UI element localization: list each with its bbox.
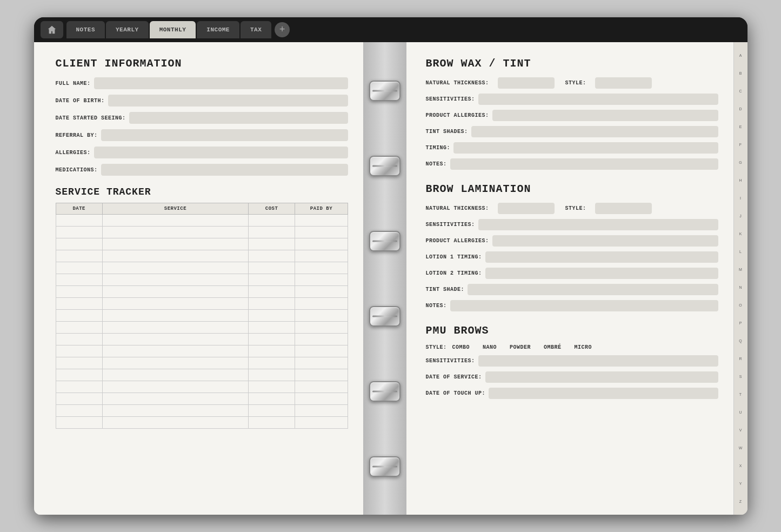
ring-4 bbox=[369, 306, 400, 327]
brow-lam-thickness-input[interactable] bbox=[498, 203, 555, 214]
brow-lam-style-input[interactable] bbox=[595, 203, 652, 214]
ring-3 bbox=[369, 231, 400, 251]
brow-wax-style-input[interactable] bbox=[595, 77, 652, 89]
brow-lam-notes-row: NOTES: bbox=[426, 300, 718, 311]
alpha-t[interactable]: T bbox=[739, 393, 742, 396]
page-right: BROW WAX / TINT NATURAL THICKNESS: STYLE… bbox=[406, 42, 733, 515]
alpha-s[interactable]: S bbox=[739, 375, 742, 378]
tab-income[interactable]: INCOME bbox=[197, 21, 239, 38]
medications-input[interactable] bbox=[101, 164, 348, 176]
brow-lam-allergies-row: PRODUCT ALLERGIES: bbox=[426, 235, 718, 247]
alpha-y[interactable]: Y bbox=[739, 482, 742, 486]
brow-lam-tintshade-input[interactable] bbox=[468, 284, 718, 295]
brow-wax-thickness-label: NATURAL THICKNESS: bbox=[426, 80, 489, 86]
alpha-c[interactable]: C bbox=[739, 89, 742, 93]
alpha-g[interactable]: G bbox=[739, 161, 742, 164]
table-cell bbox=[248, 369, 295, 381]
referral-input[interactable] bbox=[101, 129, 348, 141]
referral-label: REFERRAL BY: bbox=[56, 132, 98, 138]
alpha-u[interactable]: U bbox=[739, 410, 742, 414]
date-started-input[interactable] bbox=[129, 112, 348, 124]
table-cell bbox=[56, 227, 102, 238]
alpha-z[interactable]: Z bbox=[739, 500, 742, 503]
table-cell bbox=[102, 357, 248, 369]
brow-wax-sensitivities-row: SENSITIVITIES: bbox=[426, 94, 718, 105]
tab-add[interactable]: + bbox=[275, 22, 290, 37]
brow-wax-allergies-input[interactable] bbox=[492, 110, 718, 121]
pmu-style-combo[interactable]: COMBO bbox=[452, 344, 470, 350]
alpha-n[interactable]: N bbox=[739, 285, 742, 289]
alpha-f[interactable]: F bbox=[739, 143, 742, 147]
alpha-j[interactable]: J bbox=[739, 214, 742, 218]
tab-yearly[interactable]: YEARLY bbox=[106, 21, 149, 38]
alpha-h[interactable]: H bbox=[739, 178, 742, 182]
alpha-r[interactable]: R bbox=[739, 357, 742, 361]
table-cell bbox=[102, 262, 248, 274]
brow-wax-allergies-row: PRODUCT ALLERGIES: bbox=[426, 110, 718, 121]
alpha-w[interactable]: W bbox=[739, 446, 743, 450]
pmu-date-service-input[interactable] bbox=[485, 371, 718, 383]
pmu-style-powder[interactable]: POWDER bbox=[510, 344, 531, 350]
full-name-input[interactable] bbox=[94, 77, 348, 89]
alpha-i[interactable]: I bbox=[740, 196, 741, 200]
brow-lam-style-label: STYLE: bbox=[565, 205, 586, 211]
dob-input[interactable] bbox=[108, 95, 348, 107]
tab-home[interactable] bbox=[41, 21, 63, 38]
alpha-a[interactable]: A bbox=[739, 54, 742, 57]
tab-tax[interactable]: TAX bbox=[241, 21, 271, 38]
table-cell bbox=[295, 310, 348, 322]
medications-row: MEDICATIONS: bbox=[56, 164, 348, 176]
tab-notes[interactable]: NOTES bbox=[66, 21, 105, 38]
table-cell bbox=[295, 262, 348, 274]
table-cell bbox=[56, 369, 102, 381]
brow-wax-sensitivities-input[interactable] bbox=[478, 94, 718, 105]
table-cell bbox=[248, 393, 295, 405]
brow-wax-notes-input[interactable] bbox=[450, 158, 718, 170]
alpha-k[interactable]: K bbox=[739, 232, 742, 236]
pmu-brows-section: PMU BROWS STYLE: COMBO NANO POWDER OMBRÉ… bbox=[426, 324, 718, 399]
alpha-b[interactable]: B bbox=[739, 71, 742, 75]
table-cell bbox=[102, 298, 248, 310]
brow-wax-thickness-row: NATURAL THICKNESS: STYLE: bbox=[426, 77, 718, 89]
alpha-e[interactable]: E bbox=[739, 125, 742, 129]
table-cell bbox=[56, 215, 102, 227]
pmu-style-nano[interactable]: NANO bbox=[483, 344, 497, 350]
alpha-d[interactable]: D bbox=[739, 107, 742, 111]
table-cell bbox=[56, 417, 102, 429]
table-cell bbox=[295, 381, 348, 393]
table-cell bbox=[56, 405, 102, 417]
alpha-q[interactable]: Q bbox=[739, 339, 742, 343]
brow-lam-lotion2-input[interactable] bbox=[485, 268, 718, 279]
alpha-m[interactable]: M bbox=[739, 268, 742, 271]
ring-5 bbox=[369, 381, 400, 402]
pmu-style-micro[interactable]: MICRO bbox=[575, 344, 592, 350]
alpha-x[interactable]: X bbox=[739, 464, 742, 468]
brow-lam-notes-input[interactable] bbox=[450, 300, 718, 311]
allergies-input[interactable] bbox=[94, 147, 348, 158]
pmu-touch-up-input[interactable] bbox=[489, 388, 718, 399]
brow-wax-timing-input[interactable] bbox=[453, 142, 718, 154]
pmu-style-ombre[interactable]: OMBRÉ bbox=[544, 344, 562, 350]
tab-bar: NOTES YEARLY MONTHLY INCOME TAX + bbox=[34, 17, 747, 42]
full-name-label: FULL NAME: bbox=[56, 81, 91, 87]
pmu-sensitivities-input[interactable] bbox=[478, 355, 718, 367]
alpha-l[interactable]: L bbox=[739, 250, 742, 254]
brow-wax-timing-row: TIMING: bbox=[426, 142, 718, 154]
table-cell bbox=[102, 369, 248, 381]
alpha-v[interactable]: V bbox=[739, 428, 742, 432]
page-left: CLIENT INFORMATION FULL NAME: DATE OF BI… bbox=[34, 42, 363, 515]
col-header-date: DATE bbox=[56, 203, 102, 215]
brow-lam-lotion1-input[interactable] bbox=[485, 251, 718, 263]
alpha-o[interactable]: O bbox=[739, 303, 742, 307]
brow-lam-allergies-input[interactable] bbox=[492, 235, 718, 247]
alpha-p[interactable]: P bbox=[739, 321, 742, 325]
pmu-brows-title: PMU BROWS bbox=[426, 324, 718, 337]
brow-lam-sensitivities-input[interactable] bbox=[478, 219, 718, 230]
brow-wax-sensitivities-label: SENSITIVITIES: bbox=[426, 96, 475, 102]
table-cell bbox=[102, 250, 248, 262]
tracker-title: SERVICE TRACKER bbox=[56, 187, 348, 197]
tab-monthly[interactable]: MONTHLY bbox=[150, 21, 196, 38]
brow-wax-tintshades-input[interactable] bbox=[471, 126, 718, 137]
table-cell bbox=[248, 334, 295, 345]
brow-wax-thickness-input[interactable] bbox=[498, 77, 555, 89]
